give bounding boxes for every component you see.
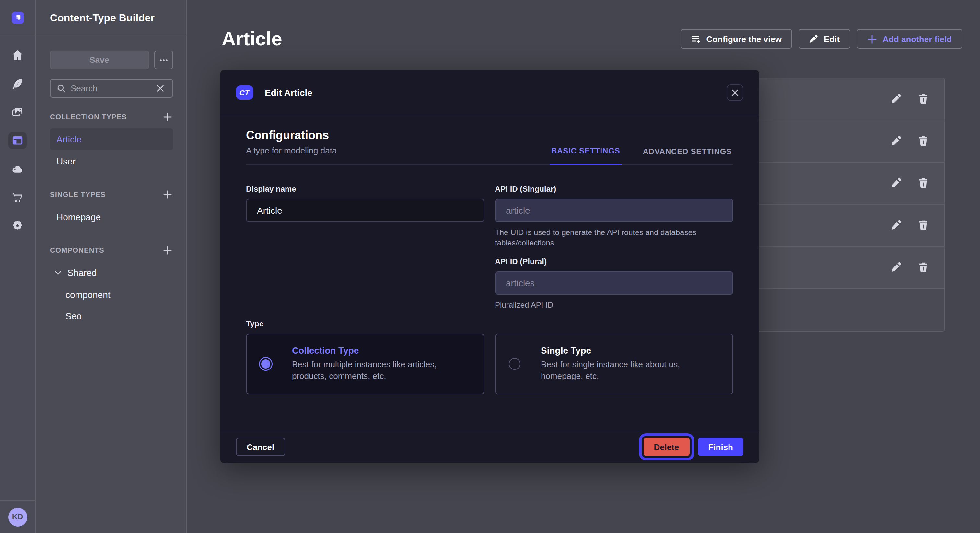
search-input[interactable] <box>71 84 150 93</box>
header-actions: Configure the view Edit Add another fiel… <box>681 29 963 49</box>
configure-view-label: Configure the view <box>706 34 782 44</box>
section-collection-types: COLLECTION TYPES <box>50 111 173 122</box>
section-components: COMPONENTS <box>50 245 173 255</box>
add-another-field-label: Add another field <box>883 34 952 44</box>
edit-field-pencil-icon[interactable] <box>889 260 902 274</box>
configurations-titles: Configurations A type for modeling data <box>246 128 337 165</box>
configure-view-button[interactable]: Configure the view <box>681 29 792 49</box>
save-row: Save <box>50 51 173 69</box>
single-type-description: Best for single instance like about us, … <box>541 359 719 383</box>
modal-body: Configurations A type for modeling data … <box>220 115 759 394</box>
page-title: Article <box>222 27 282 51</box>
sidebar-item-seo[interactable]: Seo <box>50 305 173 327</box>
api-id-singular-field: API ID (Singular) The UID is used to gen… <box>495 185 733 248</box>
display-name-input[interactable] <box>246 199 484 222</box>
edit-label: Edit <box>824 34 840 44</box>
delete-field-trash-icon[interactable] <box>916 134 930 148</box>
sidebar-item-user[interactable]: User <box>50 150 173 172</box>
single-type-title: Single Type <box>541 345 719 355</box>
finish-button[interactable]: Finish <box>698 438 743 456</box>
api-id-plural-label: API ID (Plural) <box>495 257 733 266</box>
app-root: KD Content-Type Builder Save <box>0 0 980 533</box>
add-single-type-button[interactable] <box>162 189 173 200</box>
edit-field-pencil-icon[interactable] <box>889 92 902 106</box>
user-avatar[interactable]: KD <box>8 508 27 526</box>
edit-article-modal: CT Edit Article Configurations A type fo… <box>220 70 759 463</box>
delete-button[interactable]: Delete <box>643 438 689 456</box>
section-single-types: SINGLE TYPES <box>50 189 173 200</box>
api-id-plural-input <box>495 271 733 295</box>
display-name-field: Display name <box>246 185 484 222</box>
media-library-icon[interactable] <box>8 104 27 121</box>
settings-tabs: BASIC SETTINGS ADVANCED SETTINGS <box>550 146 733 165</box>
settings-gear-icon[interactable] <box>8 217 27 235</box>
search-icon <box>57 84 65 93</box>
api-id-singular-input <box>495 199 733 222</box>
edit-button[interactable]: Edit <box>799 29 850 49</box>
add-collection-type-button[interactable] <box>162 111 173 122</box>
rail-nav <box>0 36 35 235</box>
ctb-sidebar: Content-Type Builder Save <box>36 0 186 533</box>
tab-advanced-settings[interactable]: ADVANCED SETTINGS <box>641 146 733 165</box>
page-header: Article Configure the view Edit <box>186 0 980 51</box>
marketplace-cart-icon[interactable] <box>8 189 27 206</box>
ellipsis-icon <box>159 59 167 61</box>
delete-field-trash-icon[interactable] <box>916 218 930 232</box>
api-id-singular-label: API ID (Singular) <box>495 185 733 194</box>
cancel-button[interactable]: Cancel <box>235 438 285 456</box>
modal-title: Edit Article <box>265 87 312 97</box>
icon-rail: KD <box>0 0 36 533</box>
api-id-plural-hint: Pluralized API ID <box>495 300 733 310</box>
configurations-header: Configurations A type for modeling data … <box>246 128 733 165</box>
search-clear-icon[interactable] <box>155 83 165 94</box>
add-another-field-button[interactable]: Add another field <box>856 29 962 49</box>
sidebar-body: Save COLLECTION TYPES <box>36 36 186 327</box>
modal-header: CT Edit Article <box>220 70 759 115</box>
type-label: Type <box>246 319 733 328</box>
content-type-builder-icon[interactable] <box>8 132 27 149</box>
sidebar-item-article[interactable]: Article <box>50 128 173 150</box>
section-label: COLLECTION TYPES <box>50 113 127 121</box>
collection-types-list: Article User <box>50 128 173 172</box>
add-component-button[interactable] <box>162 245 173 255</box>
edit-field-pencil-icon[interactable] <box>889 176 902 190</box>
save-button[interactable]: Save <box>50 51 149 69</box>
plus-icon <box>867 34 877 44</box>
radio-unselected-icon <box>509 358 520 370</box>
more-options-button[interactable] <box>154 51 173 69</box>
configure-list-icon <box>691 34 701 44</box>
delete-field-trash-icon[interactable] <box>916 92 930 106</box>
api-id-singular-hint: The UID is used to generate the API rout… <box>495 227 733 248</box>
strapi-logo-icon <box>14 14 21 21</box>
close-icon[interactable] <box>727 84 743 101</box>
configurations-subtitle: A type for modeling data <box>246 146 337 165</box>
type-section: Type Collection Type Best for multiple i… <box>246 319 733 394</box>
component-group-label: Shared <box>67 268 97 278</box>
tab-basic-settings[interactable]: BASIC SETTINGS <box>550 146 622 165</box>
component-group-shared[interactable]: Shared <box>50 262 173 284</box>
delete-field-trash-icon[interactable] <box>916 260 930 274</box>
components-list: Shared component Seo <box>50 262 173 327</box>
edit-field-pencil-icon[interactable] <box>889 218 902 232</box>
single-type-card[interactable]: Single Type Best for single instance lik… <box>495 333 733 394</box>
api-id-plural-field: API ID (Plural) Pluralized API ID <box>495 257 733 310</box>
content-manager-feather-icon[interactable] <box>8 75 27 92</box>
collection-type-card[interactable]: Collection Type Best for multiple instan… <box>246 333 484 394</box>
search-box <box>50 79 173 98</box>
sidebar-header: Content-Type Builder <box>36 0 186 36</box>
fields-grid: Display name API ID (Singular) The UID i… <box>246 185 733 310</box>
single-type-texts: Single Type Best for single instance lik… <box>541 345 719 383</box>
plugin-title: Content-Type Builder <box>50 12 154 24</box>
collection-type-texts: Collection Type Best for multiple instan… <box>292 345 471 383</box>
configurations-title: Configurations <box>246 128 337 143</box>
delete-field-trash-icon[interactable] <box>916 176 930 190</box>
content-type-badge: CT <box>235 85 253 99</box>
sidebar-item-component[interactable]: component <box>50 284 173 305</box>
left-column: Display name <box>246 185 484 310</box>
cloud-icon[interactable] <box>8 160 27 178</box>
home-icon[interactable] <box>8 47 27 63</box>
sidebar-item-homepage[interactable]: Homepage <box>50 206 173 228</box>
edit-field-pencil-icon[interactable] <box>889 134 902 148</box>
modal-footer: Cancel Delete Finish <box>220 430 759 463</box>
strapi-logo[interactable] <box>11 12 24 24</box>
